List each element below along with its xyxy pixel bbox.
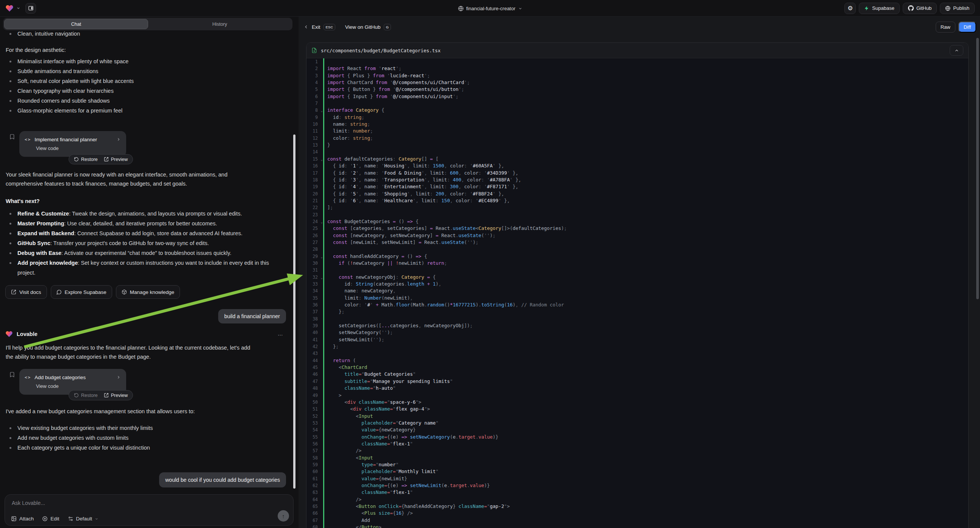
view-code-link[interactable]: View code (36, 383, 121, 389)
code-line: 42 }; (307, 343, 968, 350)
list-item: Soft, neutral color palette with light b… (6, 76, 286, 86)
list-item: Add new budget categories with custom li… (6, 433, 286, 443)
workspace-controls (5, 3, 36, 14)
fold-chevron-icon[interactable]: ⌄ (321, 156, 323, 163)
list-item: Minimalist interface with plenty of whit… (6, 56, 286, 66)
code-line: 3import { Plus } from 'lucide-react'; (307, 72, 968, 79)
chat-bubble-icon (56, 289, 62, 295)
file-added-icon (312, 47, 317, 53)
collapse-file-button[interactable] (950, 45, 963, 56)
code-line: 25 const [categories, setCategories] = R… (307, 225, 968, 232)
fold-chevron-icon[interactable]: ⌄ (321, 253, 323, 260)
tab-history[interactable]: History (148, 19, 291, 29)
code-line: 2import React from 'react'; (307, 65, 968, 72)
chevron-down-icon (95, 517, 99, 521)
project-switcher[interactable]: financial-future-creator (458, 0, 522, 17)
g-key-badge: G (384, 24, 391, 30)
fold-chevron-icon[interactable]: ⌄ (321, 107, 323, 114)
nav-bullet-list: Clean, intuitive navigation (6, 30, 286, 39)
message-more-button[interactable]: ⋯ (278, 332, 284, 338)
code-line: 58 <Input (307, 455, 968, 461)
raw-button[interactable]: Raw (935, 22, 955, 33)
bookmark-icon[interactable] (9, 371, 15, 378)
user-message: build a financial planner (218, 309, 286, 323)
preview-button[interactable]: Preview (104, 157, 128, 162)
version-card-implement-planner[interactable]: <> Implement financial planner View code (19, 131, 126, 157)
code-icon: <> (25, 137, 31, 142)
chat-panel: Chat History Clean, intuitive navigation… (0, 17, 299, 528)
supabase-button[interactable]: Supabase (859, 3, 900, 14)
design-bullet-list: Minimalist interface with plenty of whit… (6, 56, 286, 116)
lovable-app: financial-future-creator ⚙ Supabase GitH… (0, 0, 980, 528)
code-line: 1 (307, 58, 968, 65)
code-line: 59 type="number" (307, 461, 968, 468)
code-line: 19 { id: '4', name: 'Entertainment', lim… (307, 183, 968, 190)
chevron-up-icon (954, 48, 959, 53)
preview-button[interactable]: Preview (104, 393, 128, 398)
settings-button[interactable]: ⚙ (845, 3, 856, 14)
project-name: financial-future-creator (466, 6, 515, 11)
code-line: 35 limit: Number(newLimit), (307, 295, 968, 302)
restore-button[interactable]: Restore (74, 393, 98, 398)
code-line: 6import { Input } from '@/components/ui/… (307, 93, 968, 100)
view-code-link[interactable]: View code (36, 145, 121, 151)
sidebar-toggle-button[interactable] (25, 3, 36, 14)
chevron-right-icon (116, 137, 121, 142)
visit-docs-button[interactable]: Visit docs (5, 285, 47, 299)
workspace-chevron-down-icon[interactable] (16, 6, 21, 10)
attach-button[interactable]: Attach (11, 516, 34, 522)
project-chevron-down-icon (518, 6, 522, 11)
list-item: Subtle animations and transitions (6, 66, 286, 76)
code-icon: <> (25, 375, 31, 380)
manage-knowledge-button[interactable]: Manage knowledge (116, 285, 180, 299)
top-bar-actions: ⚙ Supabase GitHub Publi (845, 3, 975, 14)
code-line: 64 /> (307, 496, 968, 503)
chat-input[interactable] (12, 500, 239, 506)
lovable-logo-icon[interactable] (5, 4, 14, 13)
list-item: Rounded corners and subtle shadows (6, 96, 286, 106)
code-scrollbar[interactable] (976, 38, 979, 299)
code-line: 17 { id: '2', name: 'Food & Dining', lim… (307, 170, 968, 177)
code-line: 61 value={newLimit} (307, 476, 968, 482)
code-line: 10 name: string; (307, 121, 968, 128)
code-line: 57 /> (307, 447, 968, 454)
chat-scrollbar[interactable] (293, 134, 296, 488)
code-line: 38 (307, 315, 968, 322)
send-button[interactable]: ↑ (278, 510, 289, 522)
list-item: GitHub Sync: Transfer your project's cod… (6, 238, 284, 248)
list-item: View existing budget categories with the… (6, 423, 286, 433)
publish-button[interactable]: Publish (940, 3, 975, 14)
view-on-github-button[interactable]: View on GitHub G (345, 24, 391, 30)
assistant-paragraph: Your sleek financial planner is now read… (6, 170, 294, 188)
code-line: 66 <Plus size={16} /> (307, 510, 968, 517)
diff-button[interactable]: Diff (958, 22, 976, 33)
edit-mode-button[interactable]: Edit (42, 516, 59, 522)
explore-supabase-button[interactable]: Explore Supabase (51, 285, 112, 299)
file-header[interactable]: src/components/budget/BudgetCategories.t… (307, 43, 968, 58)
lovable-heart-icon (5, 330, 13, 338)
code-line: 60 placeholder="Monthly limit" (307, 468, 968, 475)
list-item: Clean, intuitive navigation (6, 30, 286, 39)
code-line: 53 placeholder="Category name" (307, 420, 968, 426)
assistant-header: Lovable (5, 330, 38, 338)
code-line: 16 { id: '1', name: 'Housing', limit: 15… (307, 162, 968, 169)
exit-button[interactable]: Exit ESC (304, 24, 335, 30)
code-line: 28 (307, 246, 968, 253)
fold-chevron-icon[interactable]: ⌄ (321, 219, 323, 225)
code-line: 29⌄ const handleAddCategory = () => { (307, 253, 968, 260)
tab-chat[interactable]: Chat (4, 19, 148, 29)
code-view-modes: Raw Diff (935, 22, 976, 33)
code-line: 62 onChange={(e) => setNewLimit(e.target… (307, 482, 968, 489)
code-line: 65 <Button onClick={handleAddCategory} c… (307, 503, 968, 510)
restore-button[interactable]: Restore (74, 157, 98, 162)
code-line: 55 onChange={(e) => setNewCategory(e.tar… (307, 434, 968, 441)
bookmark-icon[interactable] (9, 133, 15, 140)
code-line: 23 (307, 212, 968, 218)
publish-globe-icon (945, 6, 950, 11)
mode-selector[interactable]: Default (68, 516, 99, 522)
quick-actions: Visit docs Explore Supabase Manage knowl… (5, 285, 180, 299)
fold-chevron-icon[interactable]: ⌄ (321, 274, 323, 281)
code-line: 9 id: string; (307, 114, 968, 121)
github-button[interactable]: GitHub (903, 3, 937, 14)
package-icon (122, 289, 127, 295)
